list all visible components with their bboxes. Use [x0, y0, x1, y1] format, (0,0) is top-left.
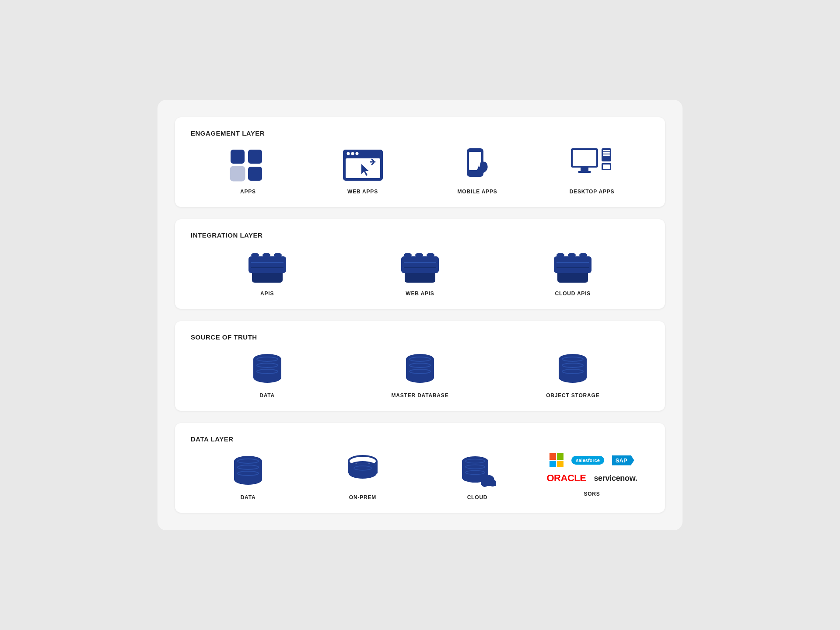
master-database-item: MASTER DATABASE: [343, 351, 496, 399]
object-storage-icon: [553, 351, 592, 386]
svg-rect-1: [248, 150, 262, 164]
svg-rect-103: [485, 482, 496, 486]
apis-item: APIs: [191, 249, 343, 297]
integration-items-row: APIs WEB APIs: [191, 249, 649, 297]
svg-rect-21: [603, 150, 610, 151]
microsoft-logo: [550, 453, 564, 467]
on-prem-icon: [343, 453, 382, 488]
mobile-apps-item: MOBILE APPS: [420, 147, 535, 195]
salesforce-logo: salesforce: [571, 456, 604, 465]
desktop-apps-icon: [572, 147, 612, 182]
apis-label: APIs: [260, 290, 274, 297]
engagement-layer-section: ENGAGEMENT LAYER APPS: [175, 117, 665, 207]
svg-rect-35: [401, 256, 439, 273]
data-layer-data-label: DATA: [241, 494, 256, 500]
ms-red-square: [550, 453, 556, 460]
data-layer-section: DATA LAYER: [175, 423, 665, 513]
data-layer-data-icon: [228, 453, 268, 488]
data-layer-title: DATA LAYER: [191, 435, 649, 443]
ms-green-square: [557, 453, 564, 460]
svg-point-88: [349, 463, 377, 473]
sors-logos-top: salesforce SAP: [550, 453, 634, 467]
svg-rect-0: [231, 150, 245, 164]
web-apis-icon: [400, 249, 440, 284]
web-apps-icon: [343, 147, 382, 182]
svg-rect-29: [248, 256, 286, 273]
engagement-layer-title: ENGAGEMENT LAYER: [191, 130, 649, 137]
svg-rect-23: [603, 154, 610, 156]
web-apis-label: WEB APIs: [406, 290, 434, 297]
svg-point-9: [355, 152, 358, 155]
apps-item: APPS: [191, 147, 305, 195]
cloud-apis-item: CLOUD APIs: [497, 249, 649, 297]
apps-label: APPS: [240, 189, 256, 195]
servicenow-logo: servicenow.: [594, 474, 637, 483]
svg-rect-3: [248, 167, 262, 181]
cloud-item: CLOUD: [420, 453, 535, 500]
data-layer-items-row: DATA: [191, 453, 649, 500]
svg-rect-18: [581, 168, 588, 171]
source-of-truth-title: SOURCE OF TRUTH: [191, 333, 649, 341]
main-container: ENGAGEMENT LAYER APPS: [158, 100, 682, 530]
object-storage-label: OBJECT STORAGE: [546, 392, 599, 399]
sap-logo: SAP: [612, 455, 634, 466]
svg-rect-25: [603, 164, 610, 169]
data-icon: [248, 351, 287, 386]
oracle-logo: ORACLE: [547, 472, 586, 484]
integration-layer-section: INTEGRATION LAYER: [175, 219, 665, 309]
object-storage-item: OBJECT STORAGE: [497, 351, 649, 399]
source-of-truth-items-row: DATA: [191, 351, 649, 399]
web-apps-label: WEB APPS: [347, 189, 378, 195]
svg-point-7: [346, 152, 350, 155]
data-layer-data-item: DATA: [191, 453, 305, 500]
svg-rect-22: [603, 152, 610, 154]
on-prem-item: ON-PREM: [305, 453, 420, 500]
svg-rect-2: [231, 167, 245, 181]
on-prem-label: ON-PREM: [349, 494, 376, 500]
svg-point-8: [351, 152, 354, 155]
cloud-apis-icon: [553, 249, 592, 284]
apis-icon: [248, 249, 287, 284]
sors-logos-bottom: ORACLE servicenow.: [547, 472, 637, 484]
desktop-apps-label: DESKTOP APPS: [570, 189, 615, 195]
desktop-apps-item: DESKTOP APPS: [535, 147, 649, 195]
mobile-apps-icon: [458, 147, 497, 182]
svg-rect-17: [573, 150, 596, 166]
master-database-icon: [400, 351, 440, 386]
engagement-items-row: APPS: [191, 147, 649, 195]
svg-rect-41: [554, 256, 592, 273]
web-apis-item: WEB APIs: [343, 249, 496, 297]
mobile-apps-label: MOBILE APPS: [457, 189, 497, 195]
svg-rect-19: [578, 171, 591, 173]
cloud-apis-label: CLOUD APIs: [555, 290, 591, 297]
apps-icon: [228, 147, 268, 182]
ms-yellow-square: [557, 461, 564, 467]
web-apps-item: WEB APPS: [305, 147, 420, 195]
source-of-truth-section: SOURCE OF TRUTH: [175, 321, 665, 411]
cloud-label: CLOUD: [467, 494, 488, 500]
sors-container: salesforce SAP ORACLE servicenow. SORs: [535, 453, 649, 500]
master-database-label: MASTER DATABASE: [392, 392, 449, 399]
sors-label: SORs: [584, 491, 600, 497]
ms-blue-square: [550, 461, 556, 467]
data-item: DATA: [191, 351, 343, 399]
integration-layer-title: INTEGRATION LAYER: [191, 231, 649, 239]
data-label: DATA: [259, 392, 275, 399]
cloud-icon: [458, 453, 497, 488]
